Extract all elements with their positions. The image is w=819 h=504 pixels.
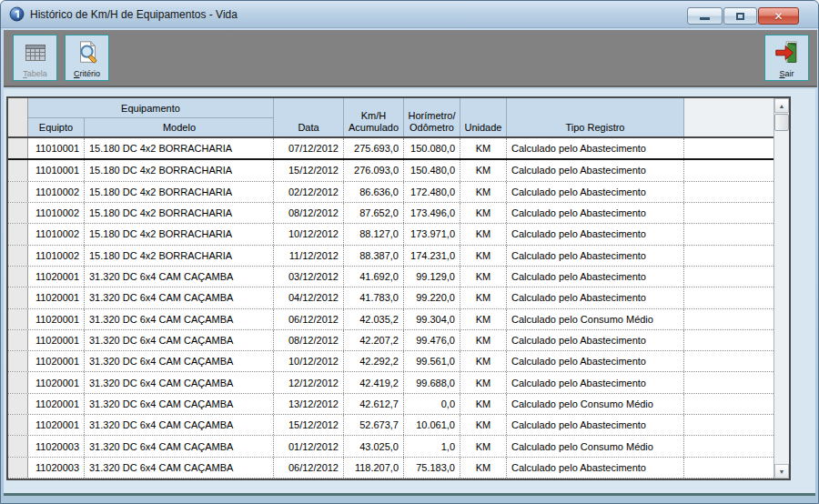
table-row[interactable]: 11020003 31.320 DC 6x4 CAM CAÇAMBA 06/12…: [8, 458, 774, 479]
cell-unidade: KM: [460, 267, 507, 287]
row-indicator-header: [8, 98, 28, 136]
cell-modelo: 31.320 DC 6x4 CAM CAÇAMBA: [85, 436, 274, 456]
cell-horimetro-odometro: 75.183,0: [404, 458, 460, 478]
cell-tipo-registro: Calculado pelo Abastecimento: [507, 330, 684, 350]
cell-unidade: KM: [460, 203, 507, 223]
table-row[interactable]: 11020001 31.320 DC 6x4 CAM CAÇAMBA 13/12…: [8, 394, 774, 415]
cell-kmh-acumulado: 87.652,0: [344, 203, 404, 223]
table-row[interactable]: 11020001 31.320 DC 6x4 CAM CAÇAMBA 12/12…: [8, 372, 774, 393]
cell-data: 13/12/2012: [274, 394, 344, 414]
cell-unidade: KM: [460, 372, 507, 392]
cell-horimetro-odometro: 99.220,0: [404, 287, 460, 307]
equipment-history-grid: Equipamento Equipto Modelo Data Km/H Acu…: [6, 96, 791, 480]
cell-tipo-registro: Calculado pelo Consumo Médio: [507, 436, 684, 456]
table-row[interactable]: 11010002 15.180 DC 4x2 BORRACHARIA 02/12…: [8, 182, 774, 203]
cell-equipto: 11010001: [28, 138, 85, 158]
cell-equipto: 11020001: [28, 372, 85, 392]
close-button[interactable]: ✕: [758, 7, 799, 25]
cell-data: 06/12/2012: [274, 309, 344, 329]
exit-door-icon: [774, 35, 801, 69]
column-header-modelo: Modelo: [85, 118, 274, 136]
cell-equipto: 11020001: [28, 351, 85, 371]
column-header-horimetro-odometro: Horímetro/ Odômetro: [404, 98, 460, 136]
table-row[interactable]: 11020003 31.320 DC 6x4 CAM CAÇAMBA 01/12…: [8, 436, 774, 457]
cell-horimetro-odometro: 1,0: [404, 436, 460, 456]
cell-kmh-acumulado: 88.127,0: [344, 224, 404, 244]
scroll-down-button[interactable]: ▼: [774, 464, 789, 479]
table-row[interactable]: 11020001 31.320 DC 6x4 CAM CAÇAMBA 10/12…: [8, 351, 774, 372]
cell-tipo-registro: Calculado pelo Abastecimento: [507, 182, 684, 202]
cell-tipo-registro: Calculado pelo Abastecimento: [507, 458, 684, 478]
cell-modelo: 15.180 DC 4x2 BORRACHARIA: [85, 203, 274, 223]
minimize-button[interactable]: [687, 7, 723, 25]
cell-data: 02/12/2012: [274, 182, 344, 202]
cell-modelo: 15.180 DC 4x2 BORRACHARIA: [85, 182, 274, 202]
table-row[interactable]: 11020001 31.320 DC 6x4 CAM CAÇAMBA 08/12…: [8, 330, 774, 351]
cell-filler: [684, 138, 774, 158]
cell-modelo: 31.320 DC 6x4 CAM CAÇAMBA: [85, 330, 274, 350]
cell-data: 08/12/2012: [274, 203, 344, 223]
row-indicator-cell: [8, 287, 28, 307]
table-row[interactable]: 11010002 15.180 DC 4x2 BORRACHARIA 10/12…: [8, 224, 774, 245]
criterio-button[interactable]: Critério: [65, 35, 109, 81]
scrollbar-thumb[interactable]: [774, 114, 789, 131]
cell-data: 12/12/2012: [274, 372, 344, 392]
cell-data: 06/12/2012: [274, 458, 344, 478]
cell-equipto: 11020001: [28, 287, 85, 307]
cell-horimetro-odometro: 173.971,0: [404, 224, 460, 244]
table-row[interactable]: 11020001 31.320 DC 6x4 CAM CAÇAMBA 06/12…: [8, 309, 774, 330]
cell-unidade: KM: [460, 138, 507, 158]
table-row[interactable]: 11010001 15.180 DC 4x2 BORRACHARIA 15/12…: [8, 160, 774, 181]
tabela-button[interactable]: Tabela: [13, 35, 57, 81]
table-row[interactable]: 11010001 15.180 DC 4x2 BORRACHARIA 07/12…: [8, 138, 774, 160]
cell-filler: [684, 287, 774, 307]
column-header-tipo-registro: Tipo Registro: [507, 98, 684, 136]
table-row[interactable]: 11020001 31.320 DC 6x4 CAM CAÇAMBA 04/12…: [8, 287, 774, 308]
cell-equipto: 11020001: [28, 415, 85, 435]
cell-modelo: 31.320 DC 6x4 CAM CAÇAMBA: [85, 458, 274, 478]
cell-horimetro-odometro: 99.476,0: [404, 330, 460, 350]
sair-button-label: Sair: [779, 69, 794, 78]
row-indicator-cell: [8, 436, 28, 456]
cell-kmh-acumulado: 41.783,0: [344, 287, 404, 307]
cell-horimetro-odometro: 99.304,0: [404, 309, 460, 329]
cell-unidade: KM: [460, 351, 507, 371]
cell-horimetro-odometro: 150.080,0: [404, 138, 460, 158]
cell-filler: [684, 436, 774, 456]
column-header-kmh-acumulado: Km/H Acumulado: [344, 98, 404, 136]
group-header-equipamento: Equipamento: [28, 98, 273, 118]
cell-modelo: 31.320 DC 6x4 CAM CAÇAMBA: [85, 351, 274, 371]
cell-tipo-registro: Calculado pelo Abastecimento: [507, 160, 684, 180]
cell-filler: [684, 309, 774, 329]
table-row[interactable]: 11010002 15.180 DC 4x2 BORRACHARIA 08/12…: [8, 203, 774, 224]
cell-filler: [684, 330, 774, 350]
scroll-up-button[interactable]: ▲: [774, 98, 789, 113]
table-row[interactable]: 11010002 15.180 DC 4x2 BORRACHARIA 11/12…: [8, 246, 774, 267]
vertical-scrollbar[interactable]: ▲ ▼: [774, 98, 789, 479]
row-indicator-cell: [8, 372, 28, 392]
cell-data: 01/12/2012: [274, 436, 344, 456]
cell-unidade: KM: [460, 224, 507, 244]
cell-kmh-acumulado: 43.025,0: [344, 436, 404, 456]
toolbar: Tabela Critério: [4, 30, 817, 87]
table-row[interactable]: 11020001 31.320 DC 6x4 CAM CAÇAMBA 03/12…: [8, 267, 774, 287]
minimize-icon: [700, 17, 710, 20]
row-indicator-cell: [8, 138, 28, 158]
cell-filler: [684, 267, 774, 287]
cell-tipo-registro: Calculado pelo Abastecimento: [507, 224, 684, 244]
cell-filler: [684, 394, 774, 414]
table-row[interactable]: 11020001 31.320 DC 6x4 CAM CAÇAMBA 15/12…: [8, 415, 774, 436]
cell-equipto: 11020001: [28, 267, 85, 287]
scrollbar-track[interactable]: [774, 131, 789, 464]
header-filler: [684, 98, 774, 136]
table-grid-icon: [23, 35, 48, 69]
cell-filler: [684, 224, 774, 244]
cell-modelo: 31.320 DC 6x4 CAM CAÇAMBA: [85, 309, 274, 329]
row-indicator-cell: [8, 309, 28, 329]
cell-data: 10/12/2012: [274, 224, 344, 244]
search-criteria-icon: [74, 35, 101, 69]
cell-data: 10/12/2012: [274, 351, 344, 371]
sair-button[interactable]: Sair: [764, 35, 809, 81]
maximize-button[interactable]: [723, 7, 757, 25]
row-indicator-cell: [8, 246, 28, 266]
